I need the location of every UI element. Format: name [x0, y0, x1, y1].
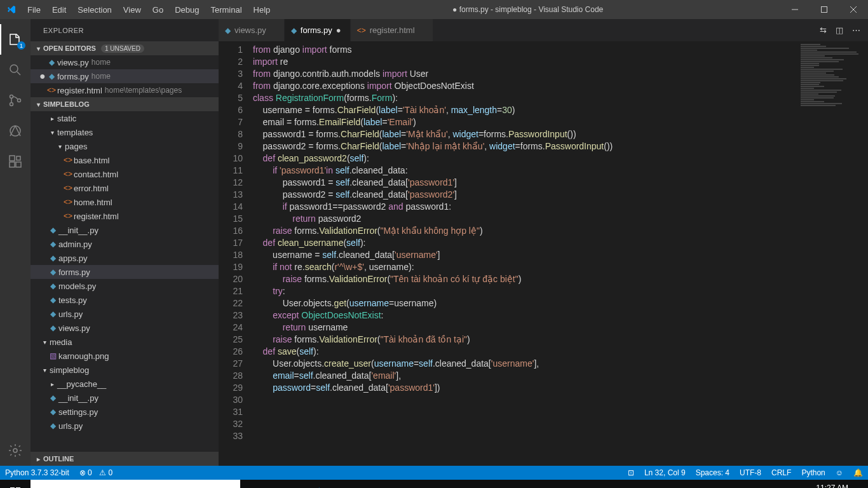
- menu-edit[interactable]: Edit: [47, 3, 71, 17]
- minimap[interactable]: [798, 41, 868, 156]
- file-tree: ▸static▾templates▾pages<>base.html<>cont…: [31, 111, 219, 452]
- task-view-icon[interactable]: ⊞: [240, 480, 271, 488]
- folder-item[interactable]: ▾pages: [31, 139, 219, 153]
- code-content[interactable]: from django import formsimport refrom dj…: [253, 41, 868, 466]
- file-item[interactable]: ◆settings.py: [31, 405, 219, 419]
- compare-icon[interactable]: ⇆: [820, 25, 827, 35]
- windows-taskbar: ◯ Type here to search ⊞ ▇ ◉ 🎨 👤 ˄ 📶 🔊 EN…: [0, 480, 868, 488]
- more-icon[interactable]: ⋯: [852, 25, 860, 35]
- project-header[interactable]: ▾ SIMPLEBLOG: [31, 97, 219, 111]
- minimize-button[interactable]: [780, 0, 810, 19]
- outline-header[interactable]: ▸ OUTLINE: [31, 452, 219, 466]
- status-python[interactable]: Python 3.7.3 32-bit: [0, 466, 74, 480]
- open-editor-item[interactable]: <>register.htmlhome\templates\pages: [31, 83, 219, 97]
- unsaved-badge: 1 UNSAVED: [101, 44, 144, 53]
- file-item[interactable]: <>home.html: [31, 195, 219, 209]
- file-item[interactable]: ◆models.py: [31, 279, 219, 293]
- editor-area: ◆views.py◆forms.py●<>register.html ⇆ ◫ ⋯…: [219, 19, 868, 466]
- source-control-icon[interactable]: [0, 85, 31, 116]
- folder-item[interactable]: ▾media: [31, 335, 219, 349]
- line-gutter: 1234567891011121314151617181920212223242…: [219, 41, 253, 466]
- open-editors-header[interactable]: ▾ OPEN EDITORS 1 UNSAVED: [31, 41, 219, 55]
- paint-app-icon[interactable]: 🎨: [362, 480, 393, 488]
- taskbar-search[interactable]: ◯ Type here to search: [31, 480, 240, 488]
- menu-selection[interactable]: Selection: [72, 3, 116, 17]
- settings-icon[interactable]: [0, 435, 31, 466]
- vscode-app-icon[interactable]: [301, 480, 332, 488]
- svg-rect-8: [16, 162, 21, 167]
- file-item[interactable]: ◆apps.py: [31, 251, 219, 265]
- folder-item[interactable]: ▾templates: [31, 125, 219, 139]
- debug-icon[interactable]: [0, 116, 31, 146]
- start-button[interactable]: [0, 480, 31, 488]
- tab-actions: ⇆ ◫ ⋯: [812, 19, 868, 41]
- file-item[interactable]: ◆forms.py: [31, 265, 219, 279]
- status-bell[interactable]: 🔔: [848, 466, 868, 480]
- system-tray: 👤 ˄ 📶 🔊 ENG 11:27 AM4/29/2019 ▭: [728, 484, 868, 488]
- code-editor[interactable]: 1234567891011121314151617181920212223242…: [219, 41, 868, 466]
- explorer-icon[interactable]: 1: [0, 24, 31, 55]
- explorer-sidebar: EXPLORER ▾ OPEN EDITORS 1 UNSAVED ◆views…: [31, 19, 219, 466]
- search-icon[interactable]: [0, 55, 31, 85]
- file-item[interactable]: <>contact.html: [31, 167, 219, 181]
- status-errors[interactable]: ⊗ 0 ⚠ 0: [74, 466, 118, 480]
- svg-point-5: [10, 126, 20, 136]
- svg-rect-6: [10, 156, 15, 161]
- folder-item[interactable]: ▸static: [31, 111, 219, 125]
- menu-bar: FileEditSelectionViewGoDebugTerminalHelp: [22, 3, 275, 17]
- file-explorer-app-icon[interactable]: ▇: [271, 480, 301, 488]
- svg-rect-0: [822, 7, 827, 13]
- extensions-icon[interactable]: [0, 146, 31, 177]
- file-item[interactable]: ◆admin.py: [31, 237, 219, 251]
- open-editor-item[interactable]: ●◆forms.pyhome: [31, 69, 219, 83]
- status-cursor[interactable]: Ln 32, Col 9: [639, 466, 691, 480]
- tab-views-py[interactable]: ◆views.py: [219, 19, 285, 41]
- svg-point-4: [18, 99, 21, 102]
- title-bar: FileEditSelectionViewGoDebugTerminalHelp…: [0, 0, 868, 19]
- file-item[interactable]: <>base.html: [31, 153, 219, 167]
- clock[interactable]: 11:27 AM4/29/2019: [815, 484, 848, 488]
- sidebar-title: EXPLORER: [31, 19, 219, 41]
- menu-terminal[interactable]: Terminal: [205, 3, 247, 17]
- file-item[interactable]: ◆views.py: [31, 321, 219, 335]
- window-title: ● forms.py - simpleblog - Visual Studio …: [275, 5, 780, 14]
- svg-point-1: [10, 65, 18, 72]
- file-item[interactable]: <>register.html: [31, 209, 219, 223]
- file-item[interactable]: ◆tests.py: [31, 293, 219, 307]
- menu-help[interactable]: Help: [248, 3, 276, 17]
- chevron-down-icon: ▾: [33, 101, 43, 108]
- status-language[interactable]: Python: [796, 466, 830, 480]
- activity-bar: 1: [0, 19, 31, 466]
- chrome-app-icon[interactable]: ◉: [332, 480, 362, 488]
- folder-item[interactable]: ▾simpleblog: [31, 363, 219, 377]
- tab-register-html[interactable]: <>register.html: [351, 19, 433, 41]
- menu-view[interactable]: View: [118, 3, 146, 17]
- file-item[interactable]: ◆urls.py: [31, 419, 219, 433]
- svg-point-3: [10, 103, 13, 106]
- svg-point-2: [10, 95, 13, 98]
- file-item[interactable]: ◆__init__.py: [31, 223, 219, 237]
- status-encoding[interactable]: UTF-8: [735, 466, 766, 480]
- tab-forms-py[interactable]: ◆forms.py●: [285, 19, 351, 41]
- maximize-button[interactable]: [810, 0, 839, 19]
- window-controls: [780, 0, 868, 19]
- svg-rect-7: [10, 162, 15, 167]
- file-item[interactable]: ◆__init__.py: [31, 391, 219, 405]
- open-editor-item[interactable]: ◆views.pyhome: [31, 55, 219, 69]
- menu-go[interactable]: Go: [147, 3, 168, 17]
- file-item[interactable]: ◆urls.py: [31, 307, 219, 321]
- folder-item[interactable]: ▸__pycache__: [31, 377, 219, 391]
- tab-bar: ◆views.py◆forms.py●<>register.html ⇆ ◫ ⋯: [219, 19, 868, 41]
- status-bar: Python 3.7.3 32-bit ⊗ 0 ⚠ 0 ⊡ Ln 32, Col…: [0, 466, 868, 480]
- menu-debug[interactable]: Debug: [170, 3, 204, 17]
- file-item[interactable]: <>error.html: [31, 181, 219, 195]
- svg-rect-9: [17, 156, 20, 160]
- status-spaces[interactable]: Spaces: 4: [691, 466, 735, 480]
- close-button[interactable]: [839, 0, 868, 19]
- status-feedback[interactable]: ⊡: [623, 466, 639, 480]
- split-editor-icon[interactable]: ◫: [836, 25, 843, 35]
- menu-file[interactable]: File: [22, 3, 46, 17]
- status-eol[interactable]: CRLF: [766, 466, 796, 480]
- file-item[interactable]: ▧karnough.png: [31, 349, 219, 363]
- status-smiley[interactable]: ☺: [831, 466, 848, 480]
